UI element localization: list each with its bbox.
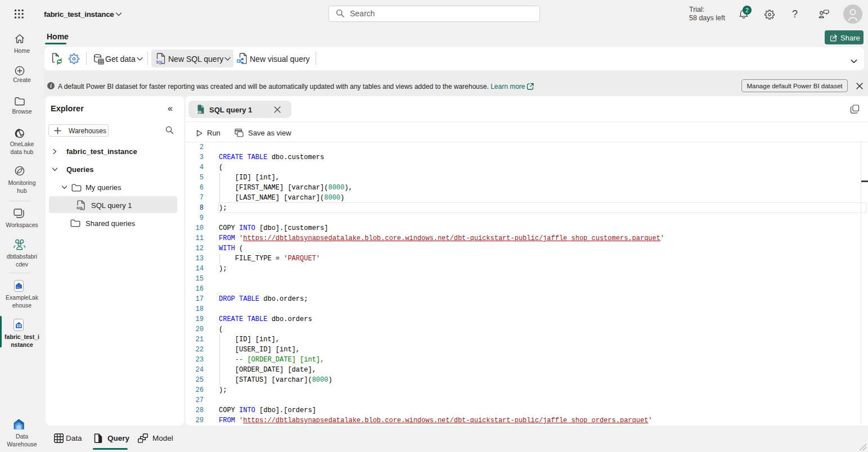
svg-text:SQL: SQL	[77, 206, 84, 210]
svg-text:SQL: SQL	[196, 110, 203, 114]
svg-text:SQL: SQL	[156, 60, 163, 65]
